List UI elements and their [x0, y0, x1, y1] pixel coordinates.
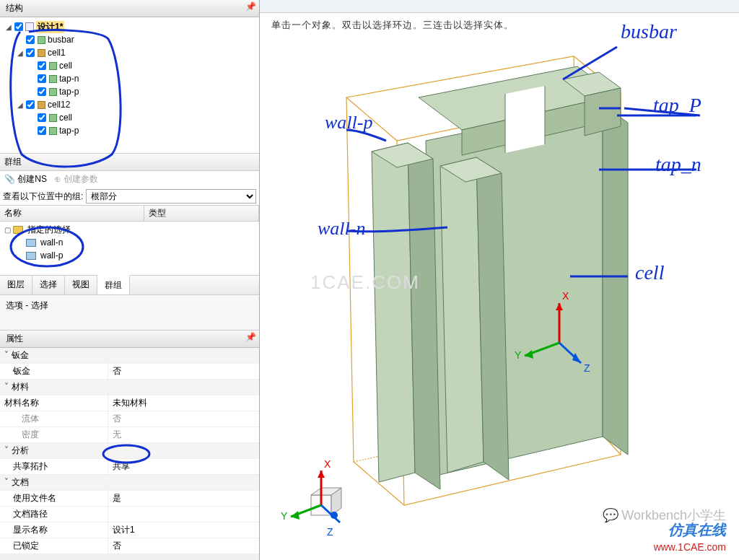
expand-icon[interactable]: ◢ [4, 23, 13, 31]
tree-item-label[interactable]: cell [59, 113, 72, 123]
part-icon [36, 48, 46, 58]
checkbox[interactable] [14, 22, 23, 31]
structure-panel-label: 结构 [6, 3, 23, 13]
prop-head[interactable]: 文档 [12, 477, 29, 487]
checkbox[interactable] [38, 126, 46, 135]
prop-head[interactable]: 钣金 [12, 350, 29, 360]
tab-selection[interactable]: 选择 [32, 276, 65, 294]
selection-text: 选项 - 选择 [6, 300, 48, 310]
selection-label: 选项 - 选择 [0, 294, 259, 331]
col-name[interactable]: 名称 [0, 206, 144, 221]
groups-toolbar: 📎 创建NS ⊕ 创建参数 [0, 171, 259, 188]
groups-table-header: 名称 类型 [0, 205, 259, 222]
expand-icon[interactable]: ◢ [16, 49, 25, 57]
watermark-brand: 仿真在线 [668, 520, 726, 540]
collapse-icon[interactable]: ▢ [3, 226, 12, 234]
prop-val[interactable]: 共享 [108, 459, 259, 474]
solid-icon [48, 74, 58, 84]
left-panel: 结构 📌 ◢ 设计1* busbar ◢ cell1 cell [0, 0, 260, 560]
prop-val: 否 [108, 411, 259, 426]
svg-point-34 [331, 512, 338, 519]
svg-text:X: X [324, 458, 331, 470]
watermark-center: 1CAE.COM [310, 271, 420, 294]
tree-design-label[interactable]: 设计1* [36, 21, 64, 33]
checkbox[interactable] [38, 61, 46, 70]
tree-item-label[interactable]: cell [59, 61, 72, 71]
watermark-url: www.1CAE.com [654, 541, 726, 553]
props-title: 属性 [6, 333, 23, 344]
col-type[interactable]: 类型 [144, 206, 259, 221]
lookup-label: 查看以下位置中的组: [3, 191, 83, 203]
create-param-label: 创建参数 [64, 174, 98, 184]
panel-tabs: 图层 选择 视图 群组 [0, 275, 259, 294]
checkbox[interactable] [26, 48, 35, 57]
group-item-label[interactable]: wall-n [40, 237, 63, 248]
svg-text:X: X [562, 290, 569, 302]
prop-key: 钣金 [0, 364, 108, 379]
group-folder-label[interactable]: 指定的选择 [27, 224, 71, 236]
tree-item-label[interactable]: cell12 [48, 100, 70, 110]
tree-item-label[interactable]: cell1 [48, 48, 66, 58]
selection-icon [26, 239, 36, 247]
prop-key: 共享拓扑 [0, 459, 108, 474]
svg-marker-3 [603, 105, 628, 455]
solid-icon [48, 126, 58, 136]
tree-item-label[interactable]: tap-n [59, 74, 79, 84]
create-ns-button[interactable]: 📎 创建NS [4, 173, 47, 185]
tab-view[interactable]: 视图 [65, 276, 97, 294]
prop-key: 文档路径 [0, 507, 108, 522]
svg-text:Y: Y [515, 349, 522, 361]
pin-icon[interactable]: 📌 [245, 1, 256, 12]
part-icon [36, 100, 46, 110]
prop-head[interactable]: 材料 [12, 382, 29, 392]
tree-item-label[interactable]: busbar [48, 35, 74, 45]
prop-head[interactable]: 分析 [12, 445, 29, 455]
prop-key: 已锁定 [0, 538, 108, 554]
prop-val[interactable] [108, 507, 259, 522]
lookup-row: 查看以下位置中的组: 根部分 [0, 188, 259, 205]
lookup-select[interactable]: 根部分 [86, 189, 256, 204]
tab-groups[interactable]: 群组 [97, 275, 130, 294]
svg-marker-30 [318, 471, 325, 478]
tab-layers[interactable]: 图层 [0, 276, 32, 294]
checkbox[interactable] [38, 87, 46, 96]
props-panel-title: 属性 📌 [0, 331, 259, 348]
prop-val: 无 [108, 427, 259, 442]
checkbox[interactable] [38, 74, 46, 83]
prop-val[interactable]: 否 [108, 364, 259, 379]
svg-text:Z: Z [584, 362, 590, 374]
tree-item-label[interactable]: tap-p [59, 87, 79, 97]
svg-marker-6 [372, 143, 415, 482]
design-icon [25, 22, 35, 32]
wechat-icon: 💬 [603, 507, 618, 523]
groups-header: 群组 [0, 153, 259, 171]
prop-key: 密度 [0, 427, 108, 442]
prop-key: 材料名称 [0, 395, 108, 411]
prop-val[interactable]: 是 [108, 491, 259, 506]
solid-icon [48, 113, 58, 123]
solid-icon [36, 35, 46, 45]
folder-icon [13, 226, 23, 234]
pin-icon[interactable]: 📌 [245, 332, 256, 342]
checkbox[interactable] [38, 113, 46, 122]
prop-val[interactable]: 设计1 [108, 522, 259, 538]
group-item-label[interactable]: wall-p [40, 250, 63, 261]
tree-item-label[interactable]: tap-p [59, 126, 79, 136]
prop-val[interactable]: 未知材料 [108, 395, 259, 411]
groups-title: 群组 [4, 157, 22, 167]
checkbox[interactable] [26, 35, 35, 44]
prop-val[interactable]: 否 [108, 538, 259, 554]
prop-key: 显示名称 [0, 522, 108, 538]
structure-panel-title: 结构 📌 [0, 0, 259, 17]
create-param-button: ⊕ 创建参数 [54, 173, 98, 185]
create-ns-label: 创建NS [17, 174, 47, 184]
structure-tree[interactable]: ◢ 设计1* busbar ◢ cell1 cell tap-n [0, 17, 259, 153]
checkbox[interactable] [26, 100, 35, 109]
properties-grid[interactable]: ˅钣金 钣金否 ˅材料 材料名称未知材料 流体否 密度无 ˅分析 共享拓扑共享 … [0, 348, 259, 554]
groups-section: 群组 📎 创建NS ⊕ 创建参数 查看以下位置中的组: 根部分 名称 类型 ▢ … [0, 153, 259, 294]
prop-key: 使用文件名 [0, 491, 108, 506]
groups-tree[interactable]: ▢ 指定的选择 wall-n wall-p [0, 222, 259, 275]
solid-icon [48, 61, 58, 71]
expand-icon[interactable]: ◢ [16, 101, 25, 109]
viewport-3d[interactable]: 单击一个对象。双击以选择环边。三连击以选择实体。 [260, 0, 739, 560]
